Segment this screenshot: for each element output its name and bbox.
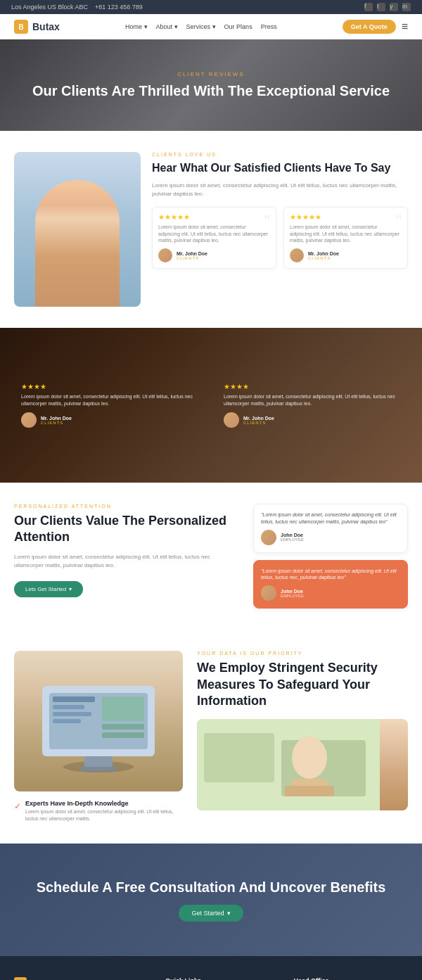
person-image: [14, 152, 141, 307]
get-quote-button[interactable]: Get A Quote: [343, 20, 396, 34]
nav-plans[interactable]: Our Plans: [224, 23, 252, 30]
chat-bubble-2: "Lorem ipsum dolor sit amet, consectetur…: [253, 560, 408, 609]
clients-content: CLIENTS LOVE US Hear What Our Satisfied …: [152, 152, 408, 307]
dark-reviews-section: ★★★★ Lorem ipsum dolor sit amet, consect…: [0, 328, 422, 483]
dark-reviewer-role-1: CLIENTS: [41, 421, 72, 425]
quote-icon-2: ": [395, 213, 402, 230]
dark-review-text-1: Lorem ipsum dolor sit amet, consectetur …: [21, 393, 198, 407]
experts-feature: ✓ Experts Have In-Depth Knowledge Lorem …: [14, 800, 183, 822]
footer-quick-links-title: Quick Links: [165, 977, 280, 980]
lets-get-started-label: Lets Get Started: [25, 586, 66, 592]
footer-top: B Butax Lorem ipsum dolor sit amet, cons…: [14, 977, 408, 980]
nav-press[interactable]: Press: [261, 23, 277, 30]
attention-label: PERSONALIZED ATTENTION: [14, 504, 239, 509]
reviews-grid: " ★★★★★ Lorem ipsum dolor sit amet, cons…: [152, 207, 408, 269]
svg-rect-7: [102, 724, 144, 730]
stars-2: ★★★★★: [290, 213, 402, 221]
security-photo-person: [197, 719, 408, 810]
chat-person-2: John Doe EMPLOYEE: [261, 585, 400, 601]
dark-reviewer-info-2: Mr. John Doe CLIENTS: [243, 416, 274, 425]
chat-avatar-2: [261, 585, 276, 601]
check-icon: ✓: [14, 801, 21, 811]
chat-name-1: John Doe: [281, 533, 304, 537]
chat-text-2: "Lorem ipsum dolor sit amet, consectetur…: [261, 568, 400, 582]
dark-reviewer-info-1: Mr. John Doe CLIENTS: [41, 416, 72, 425]
nav-home[interactable]: Home ▾: [125, 23, 148, 30]
logo-text: Butax: [32, 21, 60, 32]
cta-arrow-icon: ▾: [227, 910, 231, 917]
nav-about[interactable]: About ▾: [156, 23, 178, 30]
started-arrow-icon: ▾: [69, 586, 72, 592]
footer-logo: B Butax: [14, 977, 151, 980]
attention-title: Our Clients Value The Personalized Atten…: [14, 513, 239, 546]
reviewer-1: Mr. John Doe CLIENTS: [158, 248, 270, 262]
hero-section: CLIENT REVIEWS Our Clients Are Thrilled …: [0, 39, 422, 131]
chat-person-1: John Doe EMPLOYEE: [261, 530, 400, 545]
dark-stars-1: ★★★★: [21, 383, 198, 390]
security-photo: [197, 719, 408, 810]
chat-bubble-1: "Lorem ipsum dolor sit amet, consectetur…: [253, 504, 408, 553]
attention-right: "Lorem ipsum dolor sit amet, consectetur…: [253, 504, 408, 609]
reviewer-2: Mr. John Doe CLIENTS: [290, 248, 402, 262]
security-label: YOUR DATA IS OUR PRIORITY: [197, 651, 408, 656]
hamburger-icon[interactable]: ≡: [402, 20, 408, 33]
nav-links: Home ▾ About ▾ Services ▾ Our Plans Pres…: [125, 23, 277, 30]
security-left: ✓ Experts Have In-Depth Knowledge Lorem …: [14, 651, 183, 822]
reviewer-avatar-1: [158, 248, 172, 262]
dark-review-1: ★★★★ Lorem ipsum dolor sit amet, consect…: [14, 376, 205, 435]
social-twitter-icon[interactable]: t: [377, 3, 385, 11]
top-bar-social: f t y in: [364, 3, 411, 11]
security-image: [14, 651, 183, 791]
footer-head-office: Head Office Lake Anjiroes Number 123 Blo…: [294, 977, 409, 980]
dark-reviewer-name-2: Mr. John Doe: [243, 416, 274, 421]
dark-content: ★★★★ Lorem ipsum dolor sit amet, consect…: [0, 362, 422, 450]
review-text-1: Lorem ipsum dolor sit amet, consectetur …: [158, 224, 270, 244]
chat-info-2: John Doe EMPLOYEE: [281, 589, 304, 598]
nav-services[interactable]: Services ▾: [186, 23, 216, 30]
clients-description: Lorem ipsum dolor sit amet, consectetur …: [152, 182, 408, 198]
dark-avatar-1: [21, 412, 37, 428]
footer-brand: B Butax Lorem ipsum dolor sit amet, cons…: [14, 977, 151, 980]
social-facebook-icon[interactable]: f: [364, 3, 373, 11]
hero-label: CLIENT REVIEWS: [32, 71, 390, 77]
dark-reviewer-2: Mr. John Doe CLIENTS: [224, 412, 401, 428]
dark-avatar-2: [224, 412, 239, 428]
svg-rect-5: [53, 719, 81, 723]
svg-rect-13: [204, 733, 274, 782]
cta-button[interactable]: Get Started ▾: [179, 905, 243, 922]
dark-review-text-2: Lorem ipsum dolor sit amet, consectetur …: [224, 393, 401, 407]
svg-rect-11: [81, 767, 116, 771]
security-right: YOUR DATA IS OUR PRIORITY We Employ Stri…: [197, 651, 408, 810]
cta-content: Schedule A Free Consultation And Uncover…: [8, 878, 414, 922]
hero-content: CLIENT REVIEWS Our Clients Are Thrilled …: [4, 71, 418, 100]
lets-get-started-button[interactable]: Lets Get Started ▾: [14, 581, 83, 597]
social-linkedin-icon[interactable]: in: [402, 3, 411, 11]
quote-icon-1: ": [264, 213, 270, 230]
dark-reviewer-1: Mr. John Doe CLIENTS: [21, 412, 198, 428]
dark-reviewer-name-1: Mr. John Doe: [41, 416, 72, 421]
feature-title: Experts Have In-Depth Knowledge: [25, 800, 183, 807]
cta-button-label: Get Started: [191, 910, 224, 917]
stars-1: ★★★★★: [158, 213, 270, 221]
svg-rect-3: [53, 705, 84, 709]
svg-point-15: [292, 737, 327, 779]
chat-text-1: "Lorem ipsum dolor sit amet, consectetur…: [261, 511, 400, 526]
cta-title: Schedule A Free Consultation And Uncover…: [37, 878, 386, 896]
footer-logo-icon: B: [14, 977, 27, 980]
chat-name-2: John Doe: [281, 589, 304, 594]
svg-rect-17: [285, 786, 334, 796]
svg-rect-10: [84, 756, 113, 767]
dark-reviewer-role-2: CLIENTS: [243, 421, 274, 425]
dark-stars-2: ★★★★: [224, 383, 401, 390]
social-youtube-icon[interactable]: y: [390, 3, 398, 11]
cta-section: Schedule A Free Consultation And Uncover…: [0, 844, 422, 956]
hero-title: Our Clients Are Thrilled With The Except…: [32, 82, 390, 100]
footer-head-office-title: Head Office: [294, 977, 409, 980]
clients-title: Hear What Our Satisfied Clients Have To …: [152, 161, 408, 176]
security-photo-illustration: [197, 719, 380, 810]
top-bar-left: Los Angeles US Block ABC +81 123 456 789: [11, 4, 143, 11]
attention-section: PERSONALIZED ATTENTION Our Clients Value…: [0, 483, 422, 630]
reviewer-role-2: CLIENTS: [308, 256, 339, 260]
attention-left: PERSONALIZED ATTENTION Our Clients Value…: [14, 504, 239, 609]
logo[interactable]: B Butax: [14, 20, 60, 34]
